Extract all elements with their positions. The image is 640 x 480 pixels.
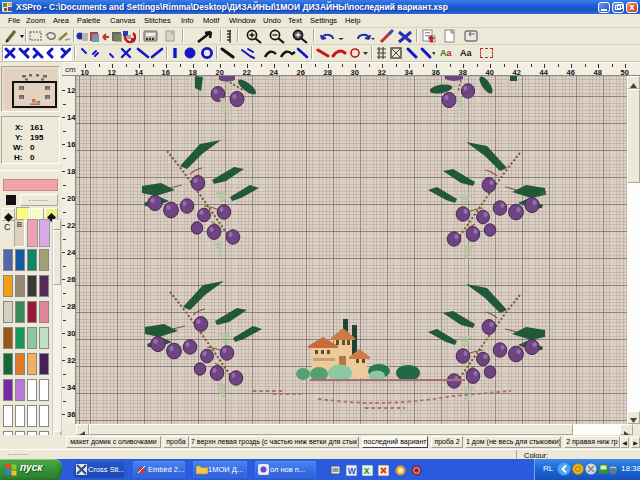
svg-text:W: W xyxy=(348,466,357,476)
svg-text:X: X xyxy=(364,466,370,476)
